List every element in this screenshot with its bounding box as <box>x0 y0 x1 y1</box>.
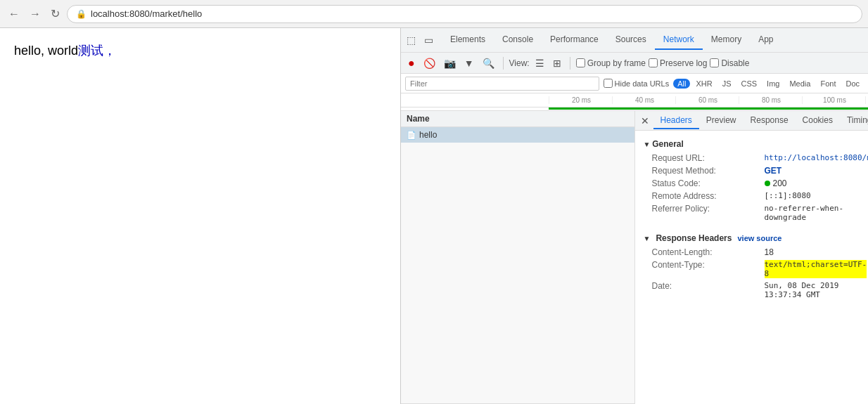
status-dot-icon <box>765 181 770 186</box>
detail-tab-response[interactable]: Response <box>743 112 796 129</box>
detail-content: General Request URL: http://localhost:80… <box>635 131 869 404</box>
filter-tag-font[interactable]: Font <box>816 79 840 89</box>
date-value: Sun, 08 Dec 2019 13:37:34 GMT <box>765 281 860 299</box>
detail-tab-cookies[interactable]: Cookies <box>796 112 840 129</box>
content-type-label: Content-Type: <box>652 260 765 278</box>
referrer-policy-row: Referrer Policy: no-referrer-when-downgr… <box>644 202 860 223</box>
view-grid-button[interactable]: ⊞ <box>550 56 564 70</box>
detail-panel: ✕ Headers Preview Response Cookies Timin… <box>635 111 869 404</box>
request-url-value[interactable]: http://localhost:8080/market/hello <box>765 153 869 163</box>
filter-tags: All XHR JS CSS Img Media Font Doc <box>673 79 864 89</box>
timeline-ruler: 20 ms 40 ms 60 ms 80 ms 100 ms 120 ms 14… <box>401 93 868 107</box>
disable-cache-checkbox[interactable]: Disable <box>710 58 749 68</box>
lock-icon: 🔒 <box>76 9 87 19</box>
content-length-value: 18 <box>765 247 774 257</box>
row-name: hello <box>419 130 437 140</box>
camera-button[interactable]: 📷 <box>441 56 459 70</box>
page-content: hello, world测试， <box>0 28 400 404</box>
inspect-icon[interactable]: ⬚ <box>404 32 419 48</box>
browser-toolbar: ← → ↻ 🔒 localhost:8080/market/hello <box>0 0 868 28</box>
remote-address-label: Remote Address: <box>652 191 765 201</box>
request-method-label: Request Method: <box>652 166 765 176</box>
tab-elements[interactable]: Elements <box>442 30 494 50</box>
devtools-icon-buttons: ⬚ ▭ <box>404 32 436 48</box>
close-detail-button[interactable]: ✕ <box>641 115 649 126</box>
toolbar-separator-2 <box>570 57 570 70</box>
back-button[interactable]: ← <box>6 6 23 22</box>
devtools-panel: ⬚ ▭ Elements Console Performance Sources… <box>400 28 868 404</box>
search-button[interactable]: 🔍 <box>480 56 497 70</box>
referrer-policy-value: no-referrer-when-downgrade <box>765 204 860 222</box>
filter-tag-media[interactable]: Media <box>785 79 815 89</box>
address-bar[interactable]: 🔒 localhost:8080/market/hello <box>67 5 862 23</box>
detail-tab-preview[interactable]: Preview <box>699 112 743 129</box>
view-source-link[interactable]: view source <box>737 234 781 242</box>
tab-performance[interactable]: Performance <box>542 30 607 50</box>
ruler-mark-100: 100 ms <box>802 96 865 104</box>
clear-button[interactable]: 🚫 <box>421 56 438 70</box>
filter-tag-css[interactable]: CSS <box>736 79 761 89</box>
request-url-label: Request URL: <box>652 153 765 163</box>
date-label: Date: <box>652 281 765 299</box>
response-headers-section: Response Headers view source Content-Len… <box>644 230 860 301</box>
group-by-frame-checkbox[interactable]: Group by frame <box>576 58 646 68</box>
remote-address-row: Remote Address: [::1]:8080 <box>644 190 860 202</box>
referrer-policy-label: Referrer Policy: <box>652 204 765 222</box>
remote-address-value: [::1]:8080 <box>765 191 811 201</box>
device-icon[interactable]: ▭ <box>421 32 436 48</box>
status-code-value: 200 <box>765 178 787 188</box>
filter-tag-img[interactable]: Img <box>762 79 784 89</box>
status-code-label: Status Code: <box>652 178 765 188</box>
tab-console[interactable]: Console <box>494 30 542 50</box>
view-list-button[interactable]: ☰ <box>532 56 547 70</box>
content-length-label: Content-Length: <box>652 247 765 257</box>
tab-sources[interactable]: Sources <box>607 30 655 50</box>
content-length-row: Content-Length: 18 <box>644 246 860 259</box>
url-text: localhost:8080/market/hello <box>91 8 202 19</box>
network-main: Name 📄 hello ✕ Headers Preview Response … <box>401 111 868 404</box>
ruler-mark-80: 80 ms <box>739 96 802 104</box>
tab-app[interactable]: App <box>750 30 781 50</box>
content-type-row: Content-Type: text/html;charset=UTF-8 <box>644 259 860 280</box>
network-list: Name 📄 hello <box>401 111 635 404</box>
devtools-network-toolbar: ● 🚫 📷 ▼ 🔍 View: ☰ ⊞ Group by frame Prese… <box>401 53 868 74</box>
record-button[interactable]: ● <box>405 56 418 71</box>
request-url-row: Request URL: http://localhost:8080/marke… <box>644 152 860 164</box>
preserve-log-checkbox[interactable]: Preserve log <box>649 58 707 68</box>
detail-tabs-bar: ✕ Headers Preview Response Cookies Timin… <box>635 111 869 131</box>
filter-button[interactable]: ▼ <box>461 56 477 70</box>
table-row[interactable]: 📄 hello <box>401 127 634 143</box>
ruler-mark-20: 20 ms <box>549 96 612 104</box>
filter-tag-xhr[interactable]: XHR <box>691 79 716 89</box>
request-method-row: Request Method: GET <box>644 164 860 177</box>
forward-button[interactable]: → <box>27 6 44 22</box>
detail-tab-headers[interactable]: Headers <box>653 112 699 129</box>
name-column-header: Name <box>401 111 634 127</box>
devtools-tabs-bar: ⬚ ▭ Elements Console Performance Sources… <box>401 28 868 53</box>
tab-memory[interactable]: Memory <box>703 30 750 50</box>
ruler-mark-60: 60 ms <box>675 96 739 104</box>
filter-tag-js[interactable]: JS <box>718 79 736 89</box>
filter-bar: Hide data URLs All XHR JS CSS Img Media … <box>401 74 868 93</box>
filter-tag-doc[interactable]: Doc <box>841 79 864 89</box>
hello-world-text: hello, world <box>14 44 78 58</box>
ruler-mark-120: 120 ms <box>865 96 868 104</box>
filter-input[interactable] <box>405 77 599 91</box>
toolbar-separator-1 <box>503 57 504 70</box>
hide-data-urls-checkbox[interactable]: Hide data URLs <box>604 79 670 88</box>
file-icon: 📄 <box>407 131 416 140</box>
detail-tab-timing[interactable]: Timing <box>840 112 868 129</box>
response-headers-section-title[interactable]: Response Headers view source <box>644 230 860 246</box>
request-method-value: GET <box>765 166 782 176</box>
general-section: General Request URL: http://localhost:80… <box>644 136 860 223</box>
chinese-text: 测试， <box>78 44 116 58</box>
filter-tag-all[interactable]: All <box>673 79 690 89</box>
general-section-title[interactable]: General <box>644 136 860 152</box>
reload-button[interactable]: ↻ <box>48 6 63 22</box>
timeline-bar <box>549 107 868 110</box>
page-hello-text: hello, world测试， <box>14 42 386 59</box>
ruler-marks: 20 ms 40 ms 60 ms 80 ms 100 ms 120 ms 14… <box>549 96 868 104</box>
main-area: hello, world测试， ⬚ ▭ Elements Console Per… <box>0 28 868 404</box>
tab-network[interactable]: Network <box>655 30 703 50</box>
date-row: Date: Sun, 08 Dec 2019 13:37:34 GMT <box>644 280 860 301</box>
